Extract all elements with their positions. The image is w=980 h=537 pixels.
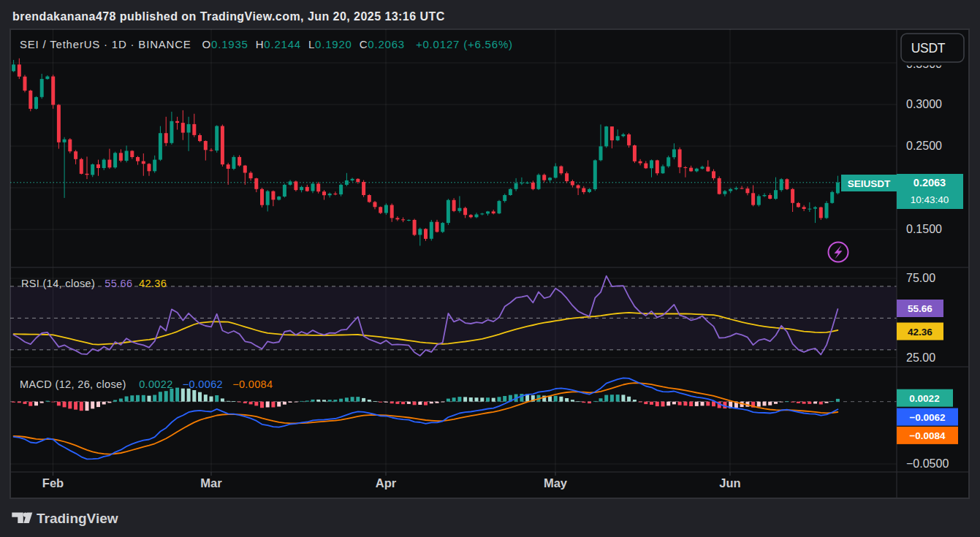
svg-text:USDT: USDT bbox=[911, 41, 946, 56]
svg-text:0.1500: 0.1500 bbox=[906, 223, 942, 235]
svg-text:Apr: Apr bbox=[376, 476, 397, 490]
svg-text:0.2063: 0.2063 bbox=[913, 177, 946, 188]
svg-text:25.00: 25.00 bbox=[906, 351, 935, 364]
svg-text:RSI (14, close) 55.66 42.36: RSI (14, close) 55.66 42.36 bbox=[21, 278, 167, 289]
svg-text:−0.0084: −0.0084 bbox=[909, 430, 946, 441]
svg-text:55.66: 55.66 bbox=[908, 303, 932, 314]
svg-text:10:43:40: 10:43:40 bbox=[911, 194, 949, 205]
svg-text:TradingView: TradingView bbox=[37, 511, 118, 526]
svg-text:Mar: Mar bbox=[200, 476, 222, 490]
svg-text:0.3000: 0.3000 bbox=[906, 98, 942, 110]
svg-text:brendakanana478 published on T: brendakanana478 published on TradingView… bbox=[12, 10, 445, 23]
svg-text:0.0022: 0.0022 bbox=[909, 393, 939, 404]
svg-text:42.36: 42.36 bbox=[908, 327, 932, 338]
svg-text:May: May bbox=[544, 476, 568, 490]
svg-text:0.2500: 0.2500 bbox=[906, 140, 942, 152]
svg-text:SEI / TetherUS · 1D · BINANCE: SEI / TetherUS · 1D · BINANCE O0.1935 H0… bbox=[20, 38, 513, 50]
svg-text:Jun: Jun bbox=[719, 476, 740, 490]
svg-text:Feb: Feb bbox=[42, 476, 64, 490]
svg-text:SEIUSDT: SEIUSDT bbox=[848, 178, 891, 189]
svg-text:75.00: 75.00 bbox=[906, 272, 935, 284]
svg-text:−0.0062: −0.0062 bbox=[909, 412, 945, 423]
svg-text:−0.0500: −0.0500 bbox=[906, 457, 949, 470]
svg-text:MACD (12, 26, close) 0.0022: MACD (12, 26, close) 0.0022 −0.0062 −0.0… bbox=[20, 378, 273, 390]
